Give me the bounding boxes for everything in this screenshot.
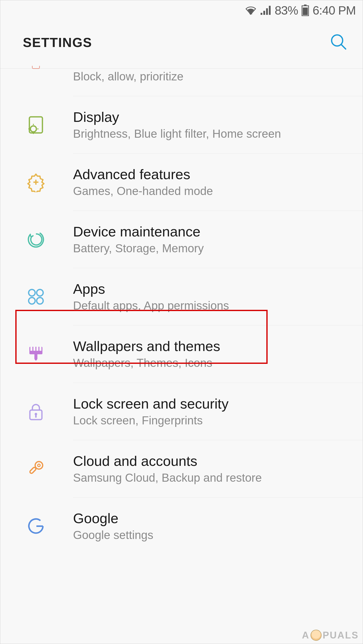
settings-item-subtitle: Battery, Storage, Memory <box>73 240 363 256</box>
status-bar: 83% 6:40 PM <box>0 0 363 20</box>
cloud-accounts-icon <box>25 458 46 479</box>
svg-point-12 <box>30 126 36 132</box>
svg-rect-28 <box>39 347 41 351</box>
svg-point-23 <box>37 298 43 304</box>
app-header: SETTINGS <box>0 20 363 68</box>
svg-rect-1 <box>263 11 265 15</box>
svg-point-33 <box>35 462 43 469</box>
settings-item-subtitle: Samsung Cloud, Backup and restore <box>73 470 363 485</box>
svg-rect-32 <box>35 415 37 418</box>
settings-item-subtitle: Default apps, App permissions <box>73 298 363 313</box>
clock-time: 6:40 PM <box>313 4 356 17</box>
advanced-features-icon <box>25 172 46 193</box>
notifications-icon <box>25 60 46 81</box>
settings-item-title: Display <box>73 108 363 126</box>
settings-list[interactable]: Block, allow, prioritize Display Brightn… <box>0 69 363 555</box>
settings-item-google[interactable]: Google Google settings <box>0 498 363 555</box>
settings-item-title: Wallpapers and themes <box>73 337 363 355</box>
settings-item-title: Apps <box>73 280 363 298</box>
watermark: A PUALS <box>302 630 359 641</box>
device-maintenance-icon <box>25 229 46 250</box>
settings-item-title: Advanced features <box>73 166 363 183</box>
settings-item-apps[interactable]: Apps Default apps, App permissions <box>0 268 363 325</box>
settings-item-subtitle: Google settings <box>73 527 363 543</box>
svg-rect-26 <box>33 347 35 351</box>
settings-item-device-maintenance[interactable]: Device maintenance Battery, Storage, Mem… <box>0 211 363 268</box>
battery-percent: 83% <box>275 4 298 17</box>
signal-icon <box>260 5 271 15</box>
settings-item-advanced-features[interactable]: Advanced features Games, One-handed mode <box>0 154 363 211</box>
svg-point-19 <box>26 229 46 250</box>
svg-rect-27 <box>36 347 38 351</box>
settings-item-cloud-accounts[interactable]: Cloud and accounts Samsung Cloud, Backup… <box>0 440 363 498</box>
svg-point-34 <box>38 464 40 467</box>
google-icon <box>25 516 46 537</box>
svg-rect-2 <box>266 8 268 15</box>
settings-item-subtitle: Block, allow, prioritize <box>73 69 363 84</box>
svg-rect-6 <box>303 8 308 15</box>
settings-item-display[interactable]: Display Brightness, Blue light filter, H… <box>0 96 363 154</box>
settings-item-subtitle: Wallpapers, Themes, Icons <box>73 355 363 371</box>
svg-point-22 <box>29 298 35 304</box>
settings-item-title: Device maintenance <box>73 223 363 240</box>
settings-item-title: Cloud and accounts <box>73 452 363 470</box>
svg-point-21 <box>37 289 43 296</box>
wifi-icon <box>245 5 257 15</box>
settings-item-subtitle: Brightness, Blue light filter, Home scre… <box>73 126 363 141</box>
svg-rect-35 <box>29 467 36 474</box>
apps-icon <box>25 286 46 307</box>
svg-rect-3 <box>269 6 271 15</box>
settings-item-subtitle: Games, One-handed mode <box>73 183 363 199</box>
settings-item-notifications[interactable]: Block, allow, prioritize <box>0 69 363 96</box>
lock-icon <box>25 401 46 422</box>
settings-item-wallpapers[interactable]: Wallpapers and themes Wallpapers, Themes… <box>0 325 363 383</box>
settings-item-subtitle: Lock screen, Fingerprints <box>73 413 363 428</box>
svg-rect-9 <box>32 66 40 69</box>
svg-point-20 <box>29 289 35 296</box>
wallpapers-icon <box>25 344 46 365</box>
svg-line-8 <box>341 44 346 49</box>
page-title: SETTINGS <box>23 35 92 50</box>
watermark-right: PUALS <box>323 630 359 641</box>
watermark-face-icon <box>311 630 322 641</box>
svg-rect-0 <box>261 13 262 15</box>
battery-icon <box>301 5 309 16</box>
svg-rect-25 <box>30 347 32 351</box>
settings-item-title: Lock screen and security <box>73 395 363 413</box>
settings-item-title: Google <box>73 510 363 527</box>
settings-item-lock-screen[interactable]: Lock screen and security Lock screen, Fi… <box>0 383 363 440</box>
svg-rect-29 <box>34 354 37 359</box>
search-icon <box>330 33 348 51</box>
watermark-left: A <box>302 630 310 641</box>
search-button[interactable] <box>327 30 350 55</box>
display-icon <box>25 114 46 135</box>
